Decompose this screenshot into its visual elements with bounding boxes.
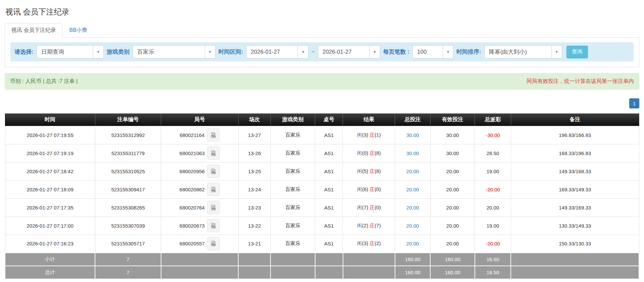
video-file-icon	[210, 150, 217, 157]
tilde-separator: ~	[311, 49, 314, 55]
result-banker-label: 庄	[369, 168, 375, 174]
video-file-icon	[210, 222, 217, 229]
subtotal-total-bet: 160.00	[395, 253, 431, 266]
subtotal-label: 小计	[5, 253, 95, 266]
cell-table-no: AS1	[315, 144, 343, 162]
result-player-label: 闲	[357, 240, 362, 246]
result-banker-num: (2)	[375, 240, 381, 246]
result-banker-num: (0)	[375, 186, 381, 192]
video-replay-button[interactable]	[207, 128, 219, 142]
video-file-icon	[210, 186, 217, 193]
chevron-down-icon: ▼	[551, 46, 562, 58]
tab-bar: 视讯 会员下注纪录 BB小费	[5, 23, 639, 38]
cell-total-bet: 30.00	[395, 144, 431, 162]
result-banker-num: (1)	[375, 132, 381, 138]
col-game-type: 游戏类别	[270, 113, 315, 126]
col-result: 结果	[343, 113, 395, 126]
grand-total-row: 总计 7 160.00 160.00 16.50	[5, 266, 639, 279]
video-replay-button[interactable]	[207, 201, 220, 214]
cell-bet-id: 523155308265	[95, 198, 161, 217]
total-bet-link[interactable]: 20.00	[406, 169, 419, 174]
select-label: 请选择:	[14, 48, 34, 56]
cell-round-id: 680020557	[161, 235, 238, 253]
cell-valid-bet: 20.00	[430, 162, 475, 180]
video-replay-button[interactable]	[207, 146, 220, 160]
cell-game-type: 百家乐	[270, 144, 315, 162]
cell-remark: 130.33/149.33	[511, 217, 639, 235]
cell-remark: 168.33/196.83	[511, 144, 639, 162]
filter-panel: 请选择: 日期查询 ▼ 游戏类别 百家乐 ▼ 时间区间: 2026-01-27 …	[5, 38, 639, 67]
video-file-icon	[210, 168, 217, 175]
total-bet-link[interactable]: 30.00	[406, 132, 419, 138]
round-id-text: 680020673	[180, 223, 205, 229]
query-type-select[interactable]: 日期查询 ▼	[37, 45, 104, 58]
cell-round-id: 680020862	[161, 180, 238, 198]
result-banker-label: 庄	[369, 240, 375, 246]
result-player-num: (3)	[362, 240, 368, 246]
page-1-button[interactable]: 1	[629, 98, 639, 108]
per-page-select[interactable]: 100 ▼	[412, 45, 453, 58]
video-replay-button[interactable]	[207, 183, 220, 196]
cell-remark: 169.33/149.33	[511, 180, 639, 198]
subtotal-payout: 16.50	[475, 253, 511, 266]
date-from-select[interactable]: 2026-01-27 ▼	[246, 45, 308, 58]
video-replay-button[interactable]	[207, 237, 220, 250]
cell-total-bet: 20.00	[395, 235, 431, 253]
cell-game-type: 百家乐	[270, 126, 315, 144]
total-bet-link[interactable]: 20.00	[406, 241, 419, 246]
cell-session: 13-22	[238, 217, 270, 235]
date-to-select[interactable]: 2026-01-27 ▼	[318, 45, 380, 58]
cell-game-type: 百家乐	[270, 198, 315, 217]
result-banker-num: (0)	[375, 204, 381, 210]
result-player-num: (0)	[362, 150, 368, 156]
result-player-num: (7)	[362, 204, 368, 210]
cell-game-type: 百家乐	[270, 180, 315, 198]
chevron-down-icon: ▼	[298, 46, 308, 58]
sort-select[interactable]: 降幂(由大到小) ▼	[484, 45, 562, 58]
col-payout: 总派彩	[475, 113, 511, 126]
table-row: 2026-01-27 07:19:55 523155312992 6800211…	[5, 126, 639, 144]
tab-bb-tip[interactable]: BB小费	[62, 23, 94, 38]
cell-session: 13-25	[238, 162, 270, 180]
cell-round-id: 680021164	[161, 126, 238, 144]
cell-bet-id: 523155305717	[95, 235, 161, 253]
result-player-num: (5)	[362, 168, 368, 174]
round-id-text: 680020764	[180, 205, 205, 210]
tab-video-bet-records[interactable]: 视讯 会员下注纪录	[5, 23, 62, 38]
result-player-label: 闲	[357, 168, 362, 174]
table-row: 2026-01-27 07:19:19 523155311779 6800210…	[5, 144, 639, 162]
video-replay-button[interactable]	[207, 164, 220, 178]
cell-session: 13-26	[238, 144, 270, 162]
cell-time: 2026-01-27 07:16:23	[5, 235, 95, 253]
total-bet-link[interactable]: 20.00	[406, 187, 419, 192]
result-banker-label: 庄	[369, 132, 375, 138]
cell-remark: 196.83/166.83	[511, 126, 639, 144]
cell-total-bet: 20.00	[395, 180, 431, 198]
col-time: 时间	[5, 113, 95, 126]
table-body: 2026-01-27 07:19:55 523155312992 6800211…	[5, 126, 639, 253]
video-file-icon	[210, 204, 217, 211]
cell-round-id: 680021063	[161, 144, 238, 162]
cell-total-bet: 20.00	[395, 217, 431, 235]
query-type-value: 日期查询	[37, 46, 93, 58]
cell-time: 2026-01-27 07:19:19	[5, 144, 95, 162]
result-banker-num: (8)	[375, 150, 381, 156]
cell-bet-id: 523155309417	[95, 180, 161, 198]
total-bet-link[interactable]: 20.00	[406, 223, 419, 229]
table-row: 2026-01-27 07:18:42 523155310525 6800209…	[5, 162, 639, 180]
result-player-label: 闲	[357, 223, 362, 228]
query-button[interactable]: 查询	[566, 46, 588, 58]
col-table-no: 桌号	[315, 113, 343, 126]
time-range-label: 时间区间:	[218, 48, 243, 56]
total-count: 7	[95, 266, 161, 279]
cell-round-id: 680020764	[161, 198, 238, 217]
video-replay-button[interactable]	[207, 219, 220, 232]
col-remark: 备注	[511, 113, 639, 126]
total-bet-link[interactable]: 30.00	[406, 150, 419, 156]
cell-table-no: AS1	[315, 198, 343, 217]
cell-table-no: AS1	[315, 180, 343, 198]
table-header: 时间 注单编号 局号 场次 游戏类别 桌号 结果 总投注 有效投注 总派彩 备注	[5, 113, 639, 126]
game-type-select[interactable]: 百家乐 ▼	[133, 45, 215, 58]
total-bet-link[interactable]: 20.00	[406, 205, 419, 210]
chevron-down-icon: ▼	[93, 46, 103, 58]
